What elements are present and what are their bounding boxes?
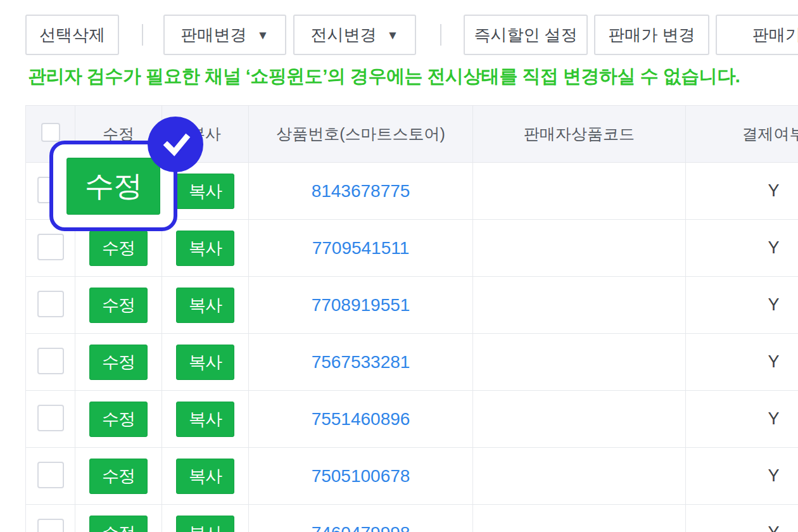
table-row: 수정 복사 7567533281 Y [26,334,798,391]
toolbar-divider [142,24,143,46]
copy-button[interactable]: 복사 [176,345,234,380]
header-product-no: 상품번호(스마트스토어) [249,106,473,163]
copy-button[interactable]: 복사 [176,402,234,437]
table-row: 수정 복사 7505100678 Y [26,448,798,505]
copy-button[interactable]: 복사 [176,174,234,209]
row-checkbox[interactable] [37,234,64,260]
edit-button[interactable]: 수정 [89,231,148,266]
toolbar-divider [440,24,441,46]
select-delete-button[interactable]: 선택삭제 [25,15,119,55]
copy-button[interactable]: 복사 [176,459,234,494]
payment-status: Y [686,505,798,532]
edit-button[interactable]: 수정 [89,402,148,437]
table-row: 수정 복사 7708919551 Y [26,277,798,334]
edit-button[interactable]: 수정 [89,459,148,494]
seller-code-cell [473,220,686,277]
admin-review-notice: 관리자 검수가 필요한 채널 ‘쇼핑윈도’의 경우에는 전시상태를 직접 변경하… [28,64,740,89]
check-circle-badge [148,117,203,172]
row-checkbox[interactable] [37,291,64,317]
checkmark-icon [159,128,192,161]
header-payment: 결제여부 [686,106,798,163]
display-change-label: 전시변경 [311,24,377,46]
copy-button[interactable]: 복사 [176,288,234,323]
instant-discount-button[interactable]: 즉시할인 설정 [464,15,588,55]
product-no-link[interactable]: 7551460896 [249,391,473,448]
product-no-link[interactable]: 8143678775 [249,163,473,220]
seller-code-cell [473,277,686,334]
row-checkbox[interactable] [37,519,64,532]
payment-status: Y [686,334,798,391]
payment-status: Y [686,220,798,277]
sale-change-dropdown[interactable]: 판매변경 ▼ [163,15,286,55]
copy-button[interactable]: 복사 [176,516,234,532]
display-change-dropdown[interactable]: 전시변경 ▼ [293,15,416,55]
table-row: 수정 복사 7460479998 Y [26,505,798,532]
copy-button[interactable]: 복사 [176,231,234,266]
product-no-link[interactable]: 7709541511 [249,220,473,277]
highlighted-edit-button[interactable]: 수정 [66,158,160,215]
product-no-link[interactable]: 7460479998 [249,505,473,532]
payment-status: Y [686,163,798,220]
chevron-down-icon: ▼ [387,29,399,41]
seller-code-cell [473,334,686,391]
product-no-link[interactable]: 7708919551 [249,277,473,334]
product-no-link[interactable]: 7505100678 [249,448,473,505]
price-change-button[interactable]: 판매가 변경 [594,15,709,55]
sale-change-label: 판매변경 [181,24,247,46]
edit-button[interactable]: 수정 [89,516,148,532]
payment-status: Y [686,277,798,334]
chevron-down-icon: ▼ [257,29,269,41]
payment-status: Y [686,448,798,505]
table-row: 수정 복사 7551460896 Y [26,391,798,448]
product-no-link[interactable]: 7567533281 [249,334,473,391]
seller-code-cell [473,391,686,448]
row-checkbox[interactable] [37,405,64,431]
header-seller-code: 판매자상품코드 [473,106,686,163]
row-checkbox[interactable] [37,348,64,374]
select-all-checkbox[interactable] [41,123,60,142]
payment-status: Y [686,391,798,448]
seller-code-cell [473,163,686,220]
sale-period-button[interactable]: 판매기간 [716,15,798,55]
seller-code-cell [473,505,686,532]
edit-button[interactable]: 수정 [89,345,148,380]
edit-button[interactable]: 수정 [89,288,148,323]
row-checkbox[interactable] [37,462,64,488]
seller-code-cell [473,448,686,505]
